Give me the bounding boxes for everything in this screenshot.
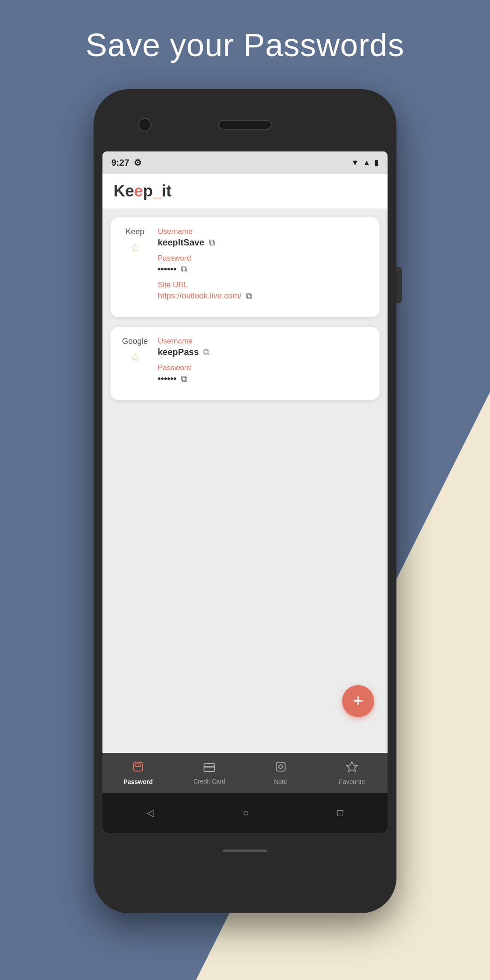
password-card-google: Google ☆ Username keepPass ⧉ Password ••… — [110, 327, 380, 400]
status-time: 9:27 — [111, 158, 129, 168]
phone-top-bezel — [102, 98, 388, 151]
nav-item-favourite[interactable]: Favourite — [316, 760, 388, 785]
card-fields-google: Username keepPass ⧉ Password •••••• ⧉ — [158, 337, 370, 390]
status-right: ▼ ▲ ▮ — [351, 158, 379, 167]
wifi-icon: ▼ — [351, 158, 359, 167]
password-label-google: Password — [158, 363, 370, 372]
bottom-nav: Password Credit Card Not — [102, 753, 388, 793]
phone-speaker — [218, 120, 272, 130]
url-value-keep[interactable]: https://outlook.live.com/ — [158, 291, 241, 301]
username-label-keep: Username — [158, 227, 370, 236]
username-row-google: keepPass ⧉ — [158, 347, 370, 357]
site-name-keep: Keep — [126, 227, 144, 237]
password-nav-icon — [132, 760, 144, 776]
app-header: Keep_it — [102, 174, 388, 208]
phone-screen: 9:27 ⚙ ▼ ▲ ▮ Keep_it Keep ☆ — [102, 151, 388, 833]
password-row-keep: •••••• ⧉ — [158, 264, 370, 274]
username-label-google: Username — [158, 337, 370, 346]
signal-icon: ▲ — [363, 158, 371, 167]
password-label-keep: Password — [158, 254, 370, 263]
username-row-keep: keepItSave ⧉ — [158, 237, 370, 248]
logo-it: it — [162, 182, 172, 200]
phone-shell: 9:27 ⚙ ▼ ▲ ▮ Keep_it Keep ☆ — [94, 89, 396, 913]
battery-icon: ▮ — [374, 158, 379, 167]
android-nav: ◁ ○ □ — [102, 793, 388, 833]
svg-rect-4 — [276, 762, 285, 771]
android-home-btn[interactable]: ○ — [243, 807, 249, 819]
status-bar: 9:27 ⚙ ▼ ▲ ▮ — [102, 151, 388, 174]
password-nav-label: Password — [123, 778, 153, 785]
phone-side-button — [396, 267, 402, 303]
svg-rect-1 — [135, 764, 141, 767]
copy-username-keep-icon[interactable]: ⧉ — [209, 237, 215, 248]
app-content[interactable]: Keep ☆ Username keepItSave ⧉ Password ••… — [102, 208, 388, 753]
svg-marker-6 — [347, 762, 357, 772]
note-nav-icon — [274, 760, 287, 776]
creditcard-nav-label: Credit Card — [193, 778, 225, 785]
favourite-nav-icon — [346, 760, 358, 776]
copy-username-google-icon[interactable]: ⧉ — [203, 347, 209, 357]
star-icon-google: ☆ — [130, 351, 140, 363]
home-indicator — [223, 849, 267, 852]
card-fields-keep: Username keepItSave ⧉ Password •••••• ⧉ … — [158, 227, 370, 307]
fab-add-button[interactable]: + — [342, 685, 374, 717]
svg-rect-3 — [204, 766, 215, 768]
copy-password-keep-icon[interactable]: ⧉ — [181, 264, 187, 274]
copy-url-keep-icon[interactable]: ⧉ — [246, 291, 252, 301]
logo-keep: Keep — [114, 182, 153, 200]
note-nav-label: Note — [274, 778, 287, 785]
nav-item-password[interactable]: Password — [102, 760, 174, 785]
app-logo: Keep_it — [114, 182, 376, 200]
star-icon-keep: ☆ — [130, 242, 140, 253]
url-label-keep: Site URL — [158, 281, 370, 290]
password-value-google: •••••• — [158, 374, 176, 384]
card-left-keep: Keep ☆ — [119, 227, 151, 253]
card-left-google: Google ☆ — [119, 337, 151, 363]
status-left: 9:27 ⚙ — [111, 157, 142, 168]
password-row-google: •••••• ⧉ — [158, 374, 370, 384]
username-value-keep: keepItSave — [158, 237, 204, 248]
password-value-keep: •••••• — [158, 264, 176, 274]
phone-bottom-bezel — [102, 833, 388, 869]
nav-item-creditcard[interactable]: Credit Card — [174, 761, 245, 785]
url-row-keep: https://outlook.live.com/ ⧉ — [158, 291, 370, 301]
creditcard-nav-icon — [203, 761, 216, 776]
android-recent-btn[interactable]: □ — [337, 807, 343, 819]
fab-plus-icon: + — [353, 692, 363, 710]
svg-point-5 — [279, 765, 282, 768]
site-name-google: Google — [122, 337, 148, 346]
android-back-btn[interactable]: ◁ — [147, 807, 154, 819]
nav-item-note[interactable]: Note — [245, 760, 316, 785]
phone-camera — [138, 118, 151, 131]
settings-icon: ⚙ — [134, 157, 142, 168]
page-title: Save your Passwords — [0, 27, 490, 63]
password-card-keep: Keep ☆ Username keepItSave ⧉ Password ••… — [110, 217, 380, 317]
copy-password-google-icon[interactable]: ⧉ — [181, 374, 187, 384]
username-value-google: keepPass — [158, 347, 199, 357]
favourite-nav-label: Favourite — [339, 778, 365, 785]
